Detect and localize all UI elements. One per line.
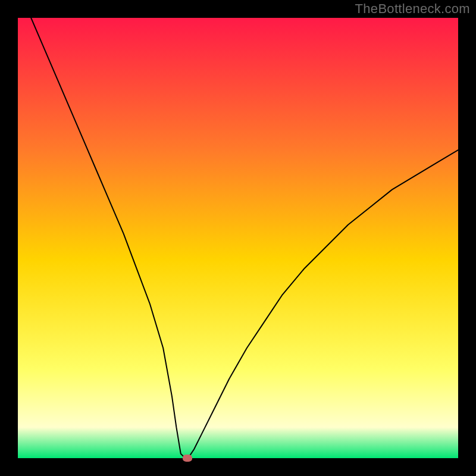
bottleneck-chart [18, 18, 458, 458]
gradient-background [18, 18, 458, 458]
watermark-text: TheBottleneck.com [355, 1, 470, 17]
optimum-marker [183, 455, 192, 462]
chart-frame: TheBottleneck.com [0, 0, 476, 476]
